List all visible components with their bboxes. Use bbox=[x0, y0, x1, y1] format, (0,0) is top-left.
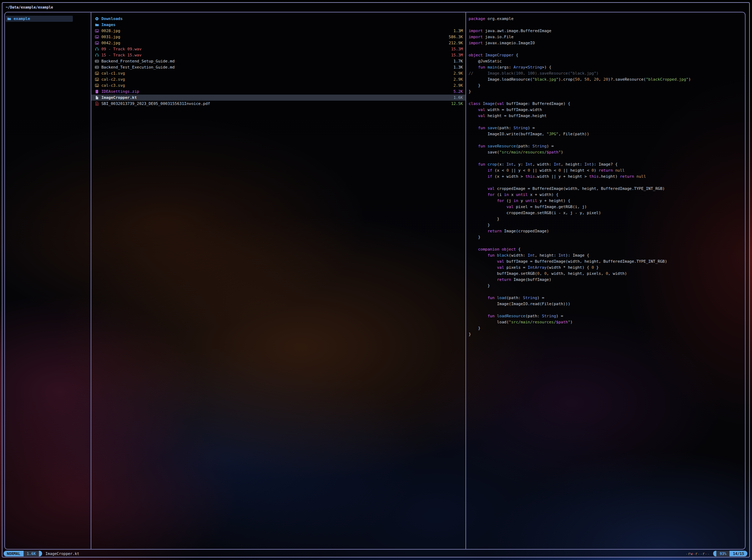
file-row[interactable]: Downloads bbox=[91, 16, 465, 22]
file-row[interactable]: 15 - Track 15.wav15.3M bbox=[91, 52, 465, 58]
file-row[interactable]: Backend_Frontend_Setup_Guide.md1.7K bbox=[91, 58, 465, 64]
code-line: fun black(width: Int, height: Int): Imag… bbox=[469, 252, 745, 258]
folder-download-icon bbox=[95, 17, 99, 21]
file-row[interactable]: cal-c1.svg2.9K bbox=[91, 70, 465, 76]
file-name: 0028.jpg bbox=[101, 29, 451, 33]
code-line: companion object { bbox=[469, 246, 745, 252]
code-line: import java.io.File bbox=[469, 34, 745, 40]
file-name: 0031.jpg bbox=[101, 35, 446, 39]
code-line: } bbox=[469, 89, 745, 95]
file-name: 15 - Track 15.wav bbox=[101, 53, 448, 57]
image-icon bbox=[95, 71, 99, 76]
file-row[interactable]: cal-c3.svg2.9K bbox=[91, 82, 465, 89]
file-size: 2.9K bbox=[454, 71, 463, 76]
file-name: SBI_0032013739_2023_DE05_0003155631Invoi… bbox=[101, 101, 448, 106]
code-line bbox=[469, 137, 745, 143]
file-permissions: -rw-r--r-- bbox=[686, 551, 710, 556]
file-size: 1.6K bbox=[454, 95, 463, 100]
code-line: if (x + width > this.width || y + height… bbox=[469, 173, 745, 180]
file-icon bbox=[95, 96, 99, 100]
code-line bbox=[469, 180, 745, 186]
code-line bbox=[469, 289, 745, 295]
code-line: } bbox=[469, 216, 745, 222]
code-line: val pixel = buffImage.getRGB(i, j) bbox=[469, 204, 745, 210]
status-left: NORMAL 1.6K ImageCropper.kt bbox=[4, 551, 79, 556]
file-size: 12.5K bbox=[451, 101, 463, 106]
panes-container: example DownloadsImages0028.jpg1.3M0031.… bbox=[4, 12, 746, 550]
file-size: 5.2K bbox=[454, 89, 463, 94]
cwd-path: ~/Data/example/example bbox=[6, 5, 53, 9]
file-name: IDEAsettings.zip bbox=[101, 89, 451, 94]
file-size: 586.3K bbox=[449, 35, 463, 39]
folder-icon bbox=[95, 23, 99, 27]
code-line: for (i in x until x + width) { bbox=[469, 192, 745, 198]
code-line: package org.example bbox=[469, 16, 745, 22]
code-line: // Image.black(100, 100).saveResource("b… bbox=[469, 70, 745, 76]
code-line bbox=[469, 95, 745, 101]
image-icon bbox=[95, 84, 99, 88]
file-row[interactable]: ImageCropper.kt1.6K bbox=[91, 95, 465, 101]
code-line: save("src/main/resources/$path") bbox=[469, 149, 745, 155]
file-name: 09 - Track 09.wav bbox=[101, 47, 448, 51]
code-line: } bbox=[469, 325, 745, 331]
parent-item-example[interactable]: example bbox=[6, 16, 73, 22]
code-line: } bbox=[469, 222, 745, 228]
status-right: -rw-r--r-- 93% 14/15 bbox=[686, 551, 747, 556]
file-name: ImageCropper.kt bbox=[101, 95, 451, 100]
file-row[interactable]: 0042.jpg212.9K bbox=[91, 40, 465, 46]
file-row[interactable]: 0031.jpg586.3K bbox=[91, 34, 465, 40]
code-line: val croppedImage = BufferedImage(width, … bbox=[469, 186, 745, 192]
file-name: Backend_Frontend_Setup_Guide.md bbox=[101, 59, 451, 64]
file-size: 15.3M bbox=[451, 53, 463, 57]
file-row[interactable]: IDEAsettings.zip5.2K bbox=[91, 89, 465, 95]
scroll-percent: 93% bbox=[716, 551, 730, 556]
archive-icon bbox=[95, 90, 99, 94]
file-size: 1.7K bbox=[454, 59, 463, 64]
file-name: Backend_Test_Execution_Guide.md bbox=[101, 65, 451, 70]
file-row[interactable]: 09 - Track 09.wav15.3M bbox=[91, 46, 465, 52]
code-line: @JvmStatic bbox=[469, 58, 745, 64]
code-line: fun save(path: String) = bbox=[469, 125, 745, 131]
code-line: ImageIO.write(buffImage, "JPG", File(pat… bbox=[469, 131, 745, 137]
status-bar: NORMAL 1.6K ImageCropper.kt -rw-r--r-- 9… bbox=[4, 550, 747, 556]
file-size: 2.9K bbox=[454, 83, 463, 88]
file-size: 212.9K bbox=[449, 41, 463, 45]
image-icon bbox=[95, 77, 99, 82]
file-row[interactable]: Images bbox=[91, 22, 465, 28]
code-line: fun saveResource(path: String) = bbox=[469, 143, 745, 149]
file-row[interactable]: 0028.jpg1.3M bbox=[91, 28, 465, 34]
file-size: 1.3M bbox=[454, 29, 463, 33]
code-line bbox=[469, 307, 745, 313]
code-line: load("src/main/resources/$path") bbox=[469, 319, 745, 325]
file-row[interactable]: SBI_0032013739_2023_DE05_0003155631Invoi… bbox=[91, 101, 465, 107]
file-size: 15.3M bbox=[451, 47, 463, 51]
audio-icon bbox=[95, 53, 99, 57]
folder-icon bbox=[7, 17, 11, 21]
file-name: cal-c3.svg bbox=[101, 83, 451, 88]
code-line: return Image(buffImage) bbox=[469, 277, 745, 283]
selected-file-size: 1.6K bbox=[24, 551, 39, 556]
code-line: import javax.imageio.ImageIO bbox=[469, 40, 745, 46]
code-line: return Image(croppedImage) bbox=[469, 228, 745, 234]
code-line: class Image(val buffImage: BufferedImage… bbox=[469, 101, 745, 107]
file-name: Images bbox=[101, 22, 460, 27]
code-line bbox=[469, 240, 745, 246]
code-line: croppedImage.setRGB(i - x, j - y, pixel) bbox=[469, 210, 745, 216]
file-name: Downloads bbox=[101, 16, 460, 21]
code-line: if (x < 0 || y < 0 || width < 0 || heigh… bbox=[469, 167, 745, 173]
file-list-pane: DownloadsImages0028.jpg1.3M0031.jpg586.3… bbox=[91, 12, 466, 549]
file-size: 1.3K bbox=[454, 65, 463, 70]
audio-icon bbox=[95, 47, 99, 51]
pill-right-cap bbox=[39, 551, 42, 556]
parent-item-label: example bbox=[14, 16, 30, 21]
image-icon bbox=[95, 29, 99, 33]
file-row[interactable]: Backend_Test_Execution_Guide.md1.3K bbox=[91, 64, 465, 70]
file-name: cal-c1.svg bbox=[101, 71, 451, 76]
markdown-icon bbox=[95, 65, 99, 70]
code-line: fun loadResource(path: String) = bbox=[469, 313, 745, 319]
terminal-window: ~/Data/example/example example Downloads… bbox=[2, 2, 750, 558]
file-row[interactable]: cal-c2.svg2.9K bbox=[91, 76, 465, 82]
code-line: } bbox=[469, 82, 745, 89]
preview-pane: package org.example import java.awt.imag… bbox=[466, 12, 745, 549]
pdf-icon bbox=[95, 102, 99, 106]
